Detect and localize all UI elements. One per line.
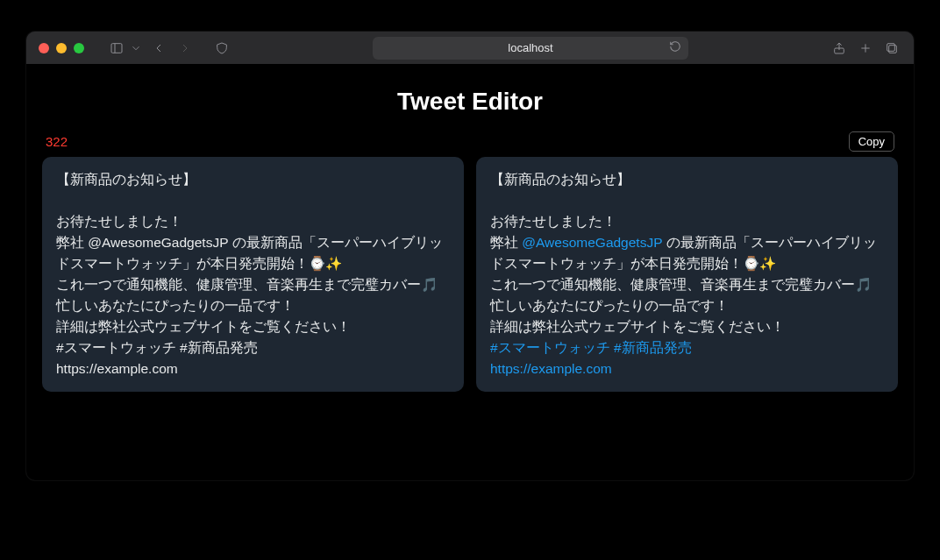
close-window-button[interactable] (39, 43, 49, 53)
page-title: Tweet Editor (42, 88, 898, 116)
svg-rect-5 (889, 45, 897, 53)
svg-rect-6 (887, 43, 895, 51)
copy-button[interactable]: Copy (849, 131, 894, 152)
tabs-overview-icon[interactable] (882, 39, 901, 58)
tweet-preview: 【新商品のお知らせ】 お待たせしました！ 弊社 @AwesomeGadgetsJ… (476, 157, 898, 392)
share-icon[interactable] (830, 39, 849, 58)
address-text: localhost (508, 41, 552, 54)
titlebar: localhost (26, 32, 914, 65)
mention[interactable]: @AwesomeGadgetsJP (522, 235, 662, 250)
editor-panes: 【新商品のお知らせ】 お待たせしました！ 弊社 @AwesomeGadgetsJ… (42, 157, 898, 392)
char-count: 322 (46, 134, 68, 149)
minimize-window-button[interactable] (56, 43, 67, 53)
hashtag[interactable]: #新商品発売 (614, 340, 692, 355)
chevron-down-icon[interactable] (130, 39, 142, 58)
window-controls (39, 43, 84, 53)
address-bar[interactable]: localhost (373, 37, 688, 60)
tweet-editor[interactable]: 【新商品のお知らせ】 お待たせしました！ 弊社 @AwesomeGadgetsJ… (42, 157, 464, 392)
forward-button (175, 39, 195, 58)
hashtag[interactable]: #スマートウォッチ (490, 340, 610, 355)
meta-row: 322 Copy (42, 131, 898, 157)
new-tab-icon[interactable] (856, 39, 875, 58)
shield-icon[interactable] (212, 39, 231, 58)
link[interactable]: https://example.com (490, 361, 612, 376)
page-content: Tweet Editor 322 Copy 【新商品のお知らせ】 お待たせしまし… (26, 65, 914, 480)
address-bar-wrapper: localhost (274, 37, 787, 60)
svg-rect-0 (111, 43, 122, 53)
sidebar-toggle-icon[interactable] (107, 39, 126, 58)
back-button[interactable] (149, 39, 168, 58)
maximize-window-button[interactable] (74, 43, 84, 53)
reload-icon[interactable] (669, 40, 681, 55)
browser-window: localhost Tweet Editor 322 Copy 【新商品のお知ら… (26, 32, 914, 480)
